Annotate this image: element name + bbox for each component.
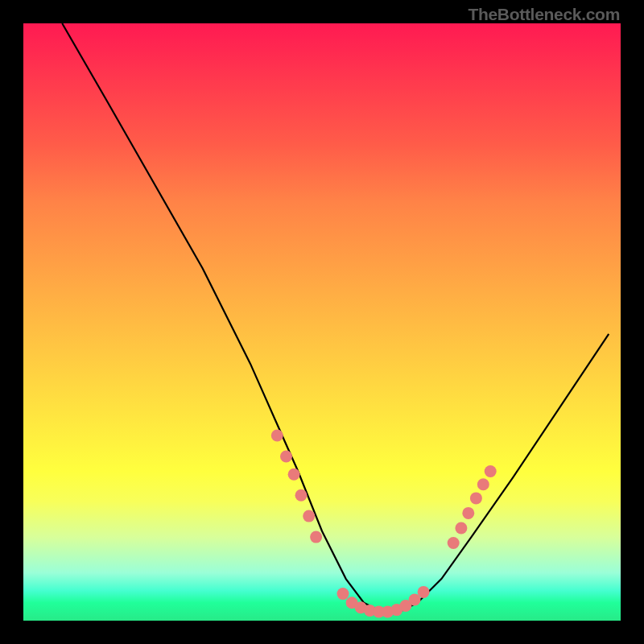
chart-overlay-svg [23,23,621,621]
marker-dot [477,478,489,490]
bottleneck-curve [62,23,609,612]
highlight-markers [271,430,497,618]
marker-dot [280,451,292,463]
marker-dot [337,588,349,600]
marker-dot [448,537,460,549]
marker-dot [271,430,283,442]
marker-dot [303,510,315,522]
marker-dot [470,492,482,504]
marker-dot [288,469,300,481]
marker-dot [310,531,322,543]
marker-dot [295,489,308,502]
attribution-text: TheBottleneck.com [468,5,620,24]
marker-dot [418,586,430,598]
marker-dot [455,522,467,535]
marker-dot [485,465,497,477]
marker-dot [462,507,474,519]
